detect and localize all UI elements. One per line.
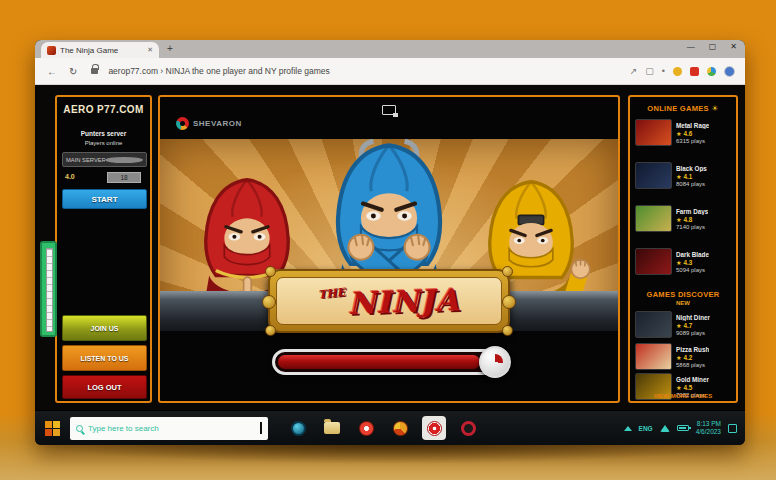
wifi-icon[interactable] xyxy=(660,425,670,432)
notification-center-icon[interactable] xyxy=(728,424,737,433)
game-item-plays: 9089 plays xyxy=(676,330,710,336)
extension-red-icon[interactable] xyxy=(690,67,699,76)
select-dropdown-icon xyxy=(105,157,144,163)
game-item-plays: 6315 plays xyxy=(676,138,709,144)
minimize-button[interactable]: — xyxy=(687,42,695,51)
start-button[interactable]: START xyxy=(62,189,147,209)
clock-date: 4/6/2023 xyxy=(696,428,721,436)
taskbar-search[interactable]: Type here to search xyxy=(70,417,268,440)
taskbar-apps xyxy=(286,416,480,440)
game-list-item[interactable]: Farm Days ★ 4.8 7140 plays xyxy=(635,205,733,232)
game-provider[interactable]: SHEVARON xyxy=(176,117,242,130)
game-list-item[interactable]: Night Diner ★ 4.7 9089 plays xyxy=(635,311,733,338)
desktop-wallpaper: The Ninja Game ✕ + — ▢ ✕ ← ↻ aerop77.com… xyxy=(0,0,776,480)
game-thumbnail xyxy=(635,205,672,232)
maximize-button[interactable]: ▢ xyxy=(709,42,717,51)
sidebar-subtagline: Players online xyxy=(57,140,150,146)
server-select-value: MAIN SERVER ONLINE xyxy=(66,157,105,163)
star-icon: ★ xyxy=(676,259,682,266)
browser-tab[interactable]: The Ninja Game ✕ xyxy=(41,42,159,58)
game-item-title: Dark Blade xyxy=(676,251,709,258)
game-item-title: Farm Days xyxy=(676,208,708,215)
taskbar-game-launcher-icon[interactable] xyxy=(388,416,412,440)
taskbar-media-player-icon[interactable] xyxy=(354,416,378,440)
taskbar-browser-icon[interactable] xyxy=(286,416,310,440)
language-indicator[interactable]: ENG xyxy=(639,425,653,432)
clock-time: 8:13 PM xyxy=(696,420,721,428)
star-icon: ★ xyxy=(676,322,682,329)
banner-knob-icon xyxy=(265,325,276,336)
tray-expand-icon[interactable] xyxy=(624,426,632,431)
banner-parchment: THE NINJA xyxy=(276,277,502,325)
reload-icon[interactable]: ↻ xyxy=(69,66,77,77)
star-icon: ★ xyxy=(676,216,682,223)
share-icon[interactable]: ↗ xyxy=(630,66,638,76)
taskbar-clock[interactable]: 8:13 PM 4/6/2023 xyxy=(696,420,721,436)
game-list-item[interactable]: Dark Blade ★ 4.3 5094 plays xyxy=(635,248,733,275)
extension-multicolor-icon[interactable] xyxy=(707,67,716,76)
banner-knob-icon xyxy=(502,266,513,277)
system-tray: ENG 8:13 PM 4/6/2023 xyxy=(624,420,737,436)
game-item-title: Pizza Rush xyxy=(676,346,709,353)
new-tab-button[interactable]: + xyxy=(167,43,173,54)
game-item-plays: 7140 plays xyxy=(676,224,708,230)
game-list-item[interactable]: Black Ops ★ 4.1 8084 plays xyxy=(635,162,733,189)
extension-yellow-icon[interactable] xyxy=(673,67,682,76)
taskbar-active-app-icon[interactable] xyxy=(422,416,446,440)
taskbar-folder-icon[interactable] xyxy=(320,416,344,440)
back-icon[interactable]: ← xyxy=(47,66,57,77)
game-thumbnail xyxy=(635,119,672,146)
close-button[interactable]: ✕ xyxy=(730,42,737,51)
provider-name: SHEVARON xyxy=(193,119,242,128)
battery-icon[interactable] xyxy=(677,425,689,431)
start-menu-icon[interactable] xyxy=(45,421,60,436)
game-item-rating: 4.8 xyxy=(683,216,692,223)
address-bar: ← ↻ aerop77.com › NINJA the one player a… xyxy=(35,58,745,85)
text-caret xyxy=(260,422,262,434)
taskbar-opera-browser-icon[interactable] xyxy=(456,416,480,440)
web-page: AERO P77.COM Punters server Players onli… xyxy=(35,85,745,410)
profile-avatar[interactable] xyxy=(724,66,735,77)
lock-icon[interactable] xyxy=(91,68,98,74)
banner-knob-icon xyxy=(265,266,276,277)
fullscreen-icon[interactable] xyxy=(382,105,396,115)
game-item-plays: 5094 plays xyxy=(676,267,709,273)
game-item-title: Black Ops xyxy=(676,165,707,172)
banner-scroll-end-icon xyxy=(262,295,276,309)
game-frame: SHEVARON xyxy=(158,95,620,403)
join-button[interactable]: JOIN US xyxy=(62,315,147,341)
tab-close-icon[interactable]: ✕ xyxy=(147,46,153,54)
url-text[interactable]: aerop77.com › NINJA the one player and N… xyxy=(108,66,619,76)
game-thumbnail xyxy=(635,311,672,338)
version-label: 4.0 xyxy=(65,173,75,180)
game-item-title: Metal Rage xyxy=(676,122,709,129)
star-icon: ★ xyxy=(676,384,682,391)
taskbar: Type here to search ENG 8:13 PM 4/6/2023 xyxy=(35,410,745,445)
online-games-header: ONLINE GAMES ☀ xyxy=(630,104,736,113)
window-shadow xyxy=(22,442,758,464)
listen-button[interactable]: LISTEN TO US xyxy=(62,345,147,371)
room-input[interactable]: 18 xyxy=(107,172,141,183)
provider-logo-icon xyxy=(176,117,189,130)
server-select[interactable]: MAIN SERVER ONLINE xyxy=(62,152,147,167)
game-item-rating: 4.3 xyxy=(683,259,692,266)
game-item-title: Night Diner xyxy=(676,314,710,321)
tab-title: The Ninja Game xyxy=(60,46,143,55)
more-icon[interactable]: • xyxy=(662,66,665,76)
tab-favicon-icon xyxy=(47,46,56,55)
online-games-header-text: ONLINE GAMES xyxy=(647,104,709,113)
side-feedback-tab[interactable] xyxy=(40,241,57,337)
game-title-banner: THE NINJA xyxy=(268,269,510,333)
logout-button[interactable]: LOG OUT xyxy=(62,375,147,399)
view-more-link[interactable]: VIEW MORE GAMES xyxy=(630,393,736,399)
game-list-item[interactable]: Metal Rage ★ 4.6 6315 plays xyxy=(635,119,733,146)
search-icon xyxy=(76,425,83,432)
banner-knob-icon xyxy=(502,325,513,336)
site-logo[interactable]: AERO P77.COM xyxy=(57,104,150,115)
side-panel-icon[interactable]: ▢ xyxy=(645,66,654,76)
site-sidebar: AERO P77.COM Punters server Players onli… xyxy=(55,95,152,403)
game-list-item[interactable]: Pizza Rush ★ 4.2 5868 plays xyxy=(635,343,733,370)
game-thumbnail xyxy=(635,162,672,189)
browser-window: The Ninja Game ✕ + — ▢ ✕ ← ↻ aerop77.com… xyxy=(35,40,745,445)
game-thumbnail xyxy=(635,343,672,370)
